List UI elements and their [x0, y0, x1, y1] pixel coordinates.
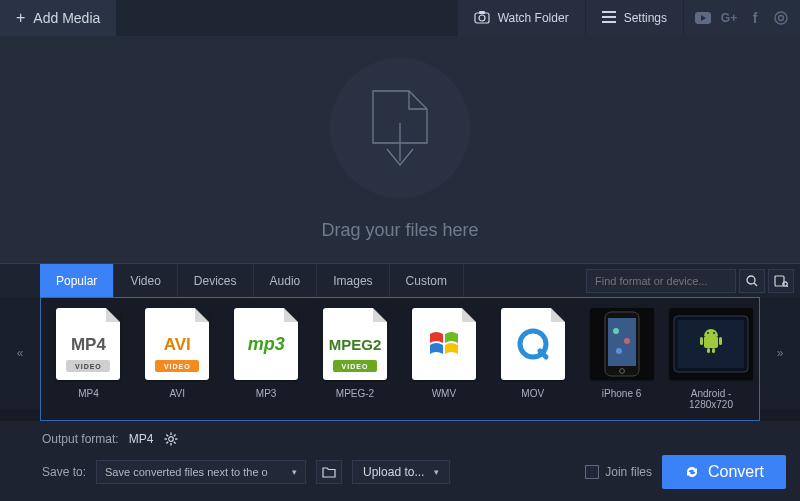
format-card-avi[interactable]: AVIVIDEO AVI [136, 308, 219, 410]
format-card-android[interactable]: Android - 1280x720 [669, 308, 753, 410]
gear-icon [164, 432, 178, 446]
format-card-mov[interactable]: MOV [491, 308, 574, 410]
file-arrow-icon [371, 89, 429, 167]
svg-rect-18 [608, 318, 636, 366]
svg-point-19 [613, 328, 619, 334]
android-icon [669, 308, 753, 380]
svg-rect-4 [602, 16, 616, 18]
format-tabs: Popular Video Devices Audio Images Custo… [40, 264, 464, 297]
svg-rect-3 [602, 11, 616, 13]
youtube-icon[interactable] [690, 0, 716, 36]
svg-point-30 [707, 332, 709, 334]
toolbar-spacer [117, 0, 457, 36]
category-bar: Popular Video Devices Audio Images Custo… [0, 263, 800, 297]
device-search-icon [774, 275, 788, 287]
quicktime-icon [516, 327, 550, 361]
output-format-label: Output format: [42, 432, 119, 446]
svg-point-31 [713, 332, 715, 334]
search-button[interactable] [739, 269, 765, 293]
tab-spacer [464, 264, 586, 297]
refresh-icon [684, 464, 700, 480]
svg-line-40 [167, 442, 169, 444]
drop-zone-circle [330, 58, 470, 198]
format-card-mp4[interactable]: MP4VIDEO MP4 [47, 308, 130, 410]
social-icons: G+ f [684, 0, 800, 36]
svg-point-9 [779, 16, 784, 21]
settings-button[interactable]: Settings [586, 0, 684, 36]
upload-to-button[interactable]: Upload to... ▾ [352, 460, 450, 484]
checkbox-icon [585, 465, 599, 479]
tab-audio[interactable]: Audio [254, 264, 318, 297]
watch-folder-label: Watch Folder [498, 11, 569, 25]
device-detect-button[interactable] [768, 269, 794, 293]
format-cards: MP4VIDEO MP4 AVIVIDEO AVI mp3 MP3 MPEG2V… [40, 297, 760, 421]
folder-icon [322, 466, 336, 478]
svg-point-21 [616, 348, 622, 354]
output-format-value: MP4 [129, 432, 154, 446]
browse-folder-button[interactable] [316, 460, 342, 484]
join-files-toggle[interactable]: Join files [585, 465, 652, 479]
save-to-label: Save to: [42, 465, 86, 479]
add-media-label: Add Media [33, 10, 100, 26]
watch-folder-button[interactable]: Watch Folder [458, 0, 586, 36]
search-wrap [586, 264, 800, 297]
help-icon[interactable] [768, 0, 794, 36]
svg-rect-29 [712, 348, 715, 353]
plus-icon: + [16, 9, 25, 27]
tab-images[interactable]: Images [317, 264, 389, 297]
camera-icon [474, 10, 490, 27]
svg-point-20 [624, 338, 630, 344]
svg-rect-25 [704, 336, 718, 348]
svg-line-37 [167, 434, 169, 436]
drop-hint: Drag your files here [321, 220, 478, 241]
svg-line-15 [787, 285, 789, 287]
bottom-bar: Output format: MP4 Save to: Save convert… [0, 421, 800, 501]
svg-line-12 [754, 283, 757, 286]
carousel-prev-button[interactable]: « [0, 297, 40, 409]
output-settings-button[interactable] [163, 431, 179, 447]
search-icon [746, 275, 758, 287]
svg-rect-5 [602, 21, 616, 23]
convert-button[interactable]: Convert [662, 455, 786, 489]
format-card-wmv[interactable]: WMV [402, 308, 485, 410]
svg-rect-2 [479, 11, 485, 14]
svg-line-39 [174, 434, 176, 436]
save-to-dropdown[interactable]: Save converted files next to the o ▾ [96, 460, 306, 484]
add-media-button[interactable]: + Add Media [0, 0, 117, 36]
tab-popular[interactable]: Popular [40, 264, 114, 297]
svg-point-1 [479, 15, 485, 21]
svg-point-32 [169, 437, 174, 442]
format-card-mpeg2[interactable]: MPEG2VIDEO MPEG-2 [314, 308, 397, 410]
drop-zone[interactable]: Drag your files here [0, 36, 800, 263]
format-carousel: « MP4VIDEO MP4 AVIVIDEO AVI mp3 MP3 MPEG… [0, 297, 800, 421]
menu-icon [602, 11, 616, 26]
google-plus-icon[interactable]: G+ [716, 0, 742, 36]
svg-line-38 [174, 442, 176, 444]
format-card-mp3[interactable]: mp3 MP3 [225, 308, 308, 410]
svg-rect-26 [700, 337, 703, 345]
iphone-icon [590, 308, 654, 380]
svg-point-11 [747, 276, 755, 284]
svg-rect-28 [707, 348, 710, 353]
chevron-down-icon: ▾ [292, 467, 297, 477]
svg-point-8 [775, 12, 787, 24]
carousel-next-button[interactable]: » [760, 297, 800, 409]
search-input[interactable] [586, 269, 736, 293]
format-card-iphone6[interactable]: iPhone 6 [580, 308, 663, 410]
tab-devices[interactable]: Devices [178, 264, 254, 297]
svg-rect-27 [719, 337, 722, 345]
tab-custom[interactable]: Custom [390, 264, 464, 297]
settings-label: Settings [624, 11, 667, 25]
facebook-icon[interactable]: f [742, 0, 768, 36]
top-toolbar: + Add Media Watch Folder Settings G+ f [0, 0, 800, 36]
chevron-down-icon: ▾ [434, 467, 439, 477]
tab-video[interactable]: Video [114, 264, 177, 297]
windows-icon [426, 326, 462, 362]
